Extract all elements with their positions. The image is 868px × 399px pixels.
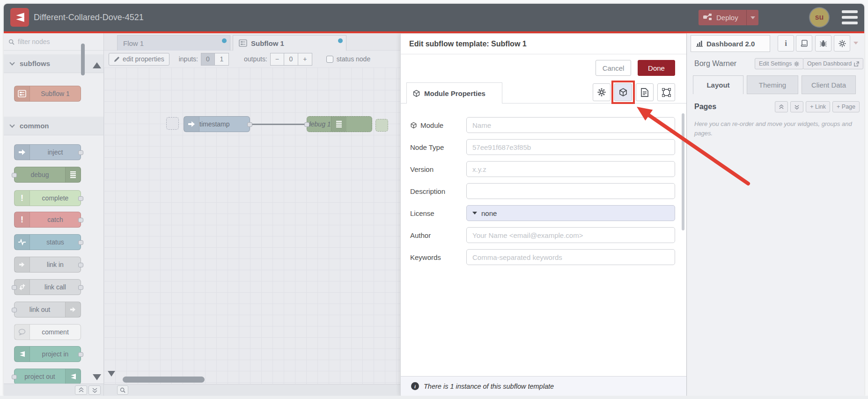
collapse-all-button[interactable]: [75, 385, 87, 395]
palette-node-comment[interactable]: comment: [14, 324, 81, 340]
version-label: Version: [410, 165, 466, 173]
zoom-search-button[interactable]: [117, 385, 128, 395]
canvas-scroll-down-icon[interactable]: [108, 371, 115, 377]
dialog-title: Edit subflow template: Subflow 1: [401, 34, 686, 54]
license-select[interactable]: none: [466, 205, 675, 221]
debug-toggle-button[interactable]: [375, 119, 388, 132]
edit-settings-button[interactable]: Edit Settings: [755, 58, 803, 69]
unsaved-changes-dot: [338, 38, 343, 43]
description-field-row: Description: [410, 183, 679, 199]
palette-scrollbar[interactable]: [81, 44, 85, 75]
canvas-node-timestamp[interactable]: timestamp: [184, 116, 250, 132]
frame-icon: [662, 88, 671, 97]
help-tab-button[interactable]: [796, 35, 812, 52]
annotation-highlight-box: [611, 81, 635, 104]
deploy-options-button[interactable]: [746, 10, 758, 25]
debug-tab-button[interactable]: [815, 35, 831, 52]
instance-count-text: There is 1 instance of this subflow temp…: [424, 383, 554, 390]
author-input[interactable]: [466, 227, 675, 243]
palette-category-subflows[interactable]: subflows: [4, 54, 103, 73]
output-port: [78, 196, 83, 201]
outputs-label: outputs:: [244, 55, 267, 63]
outputs-plus-button[interactable]: +: [298, 53, 312, 66]
inputs-0-button[interactable]: 0: [201, 53, 215, 66]
subflow-input-stub[interactable]: [166, 117, 179, 130]
tab-module-properties[interactable]: Module Properties: [406, 82, 502, 103]
palette-node-link-in[interactable]: link in: [14, 257, 81, 273]
add-page-button[interactable]: + Page: [832, 101, 860, 112]
author-field-row: Author: [410, 227, 679, 243]
input-port: [12, 375, 17, 379]
gear-icon: [794, 61, 799, 66]
tab-theming[interactable]: Theming: [747, 75, 798, 94]
palette-node-link-out[interactable]: link out: [14, 302, 81, 318]
config-tab-button[interactable]: [834, 35, 850, 52]
output-port: [78, 240, 83, 245]
edit-properties-button[interactable]: edit properties: [109, 53, 169, 66]
output-port: [78, 218, 83, 222]
palette-node-subflow-1[interactable]: Subflow 1: [14, 86, 81, 102]
tab-dashboard-2[interactable]: Dashboard 2.0: [691, 35, 770, 52]
palette-search-input[interactable]: filter nodes: [4, 33, 103, 51]
pages-header-row: Pages + Link + Page: [687, 98, 864, 116]
main-menu-button[interactable]: [842, 10, 858, 24]
node-type-field-row: Node Type: [410, 139, 679, 155]
appearance-tab-button[interactable]: [657, 83, 675, 101]
horizontal-scrollbar[interactable]: [123, 377, 205, 383]
user-avatar[interactable]: su: [810, 8, 829, 27]
open-dashboard-button[interactable]: Open Dashboard: [803, 58, 863, 69]
palette-node-project-in[interactable]: project in: [14, 346, 81, 362]
dialog-scrollbar[interactable]: [682, 113, 684, 230]
cancel-button[interactable]: Cancel: [596, 60, 631, 76]
palette-node-catch[interactable]: ! catch: [14, 212, 81, 228]
done-button[interactable]: Done: [638, 60, 675, 76]
expand-all-button[interactable]: [88, 385, 101, 395]
add-link-button[interactable]: + Link: [806, 101, 830, 112]
palette-node-inject[interactable]: inject: [14, 144, 81, 160]
info-tab-button[interactable]: i: [778, 35, 794, 52]
palette-category-common[interactable]: common: [4, 117, 103, 135]
inputs-1-button[interactable]: 1: [215, 53, 229, 66]
deploy-button[interactable]: Deploy: [699, 10, 758, 25]
properties-tab-button[interactable]: [593, 83, 611, 101]
palette-node-project-out[interactable]: project out: [14, 369, 81, 384]
deploy-icon: [703, 14, 713, 22]
palette-node-complete[interactable]: ! complete: [14, 190, 81, 206]
gear-icon: [839, 40, 846, 47]
info-icon: i: [411, 382, 419, 390]
tab-layout[interactable]: Layout: [693, 75, 743, 94]
version-input[interactable]: [466, 161, 675, 177]
node-type-input[interactable]: [466, 139, 675, 155]
input-port: [304, 122, 309, 127]
palette-scroll-down-icon[interactable]: [93, 374, 101, 380]
module-input[interactable]: [466, 117, 675, 133]
description-input[interactable]: [466, 183, 675, 199]
keywords-input[interactable]: [466, 249, 675, 265]
status-node-checkbox[interactable]: [326, 56, 333, 63]
tab-flow-1[interactable]: Flow 1: [117, 35, 230, 51]
description-tab-button[interactable]: [636, 83, 654, 101]
sidebar-menu-caret[interactable]: [853, 42, 858, 44]
palette-footer: [4, 384, 103, 396]
edit-subflow-dialog: Edit subflow template: Subflow 1 Cancel …: [400, 34, 686, 396]
outputs-count: 0: [284, 53, 298, 66]
external-link-icon: [854, 61, 859, 66]
move-down-button[interactable]: [790, 101, 803, 112]
move-up-button[interactable]: [775, 101, 788, 112]
chevron-down-icon: [9, 60, 15, 65]
version-field-row: Version: [410, 161, 679, 177]
palette-node-link-call[interactable]: link call: [14, 279, 81, 295]
chevron-down-icon: [750, 16, 755, 19]
palette-node-status[interactable]: status: [14, 234, 81, 250]
tab-subflow-1[interactable]: Subflow 1: [233, 35, 346, 51]
canvas-node-debug-1[interactable]: debug 1: [307, 116, 372, 132]
book-icon: [801, 40, 808, 47]
tab-client-data[interactable]: Client Data: [802, 75, 856, 94]
debug-icon: [331, 117, 346, 132]
palette-scroll-up-icon[interactable]: [93, 62, 101, 68]
palette-node-debug[interactable]: debug: [14, 167, 81, 183]
outputs-minus-button[interactable]: −: [270, 53, 284, 66]
chevron-down-icon: [472, 212, 477, 214]
author-label: Author: [410, 231, 466, 239]
bug-icon: [820, 40, 827, 47]
